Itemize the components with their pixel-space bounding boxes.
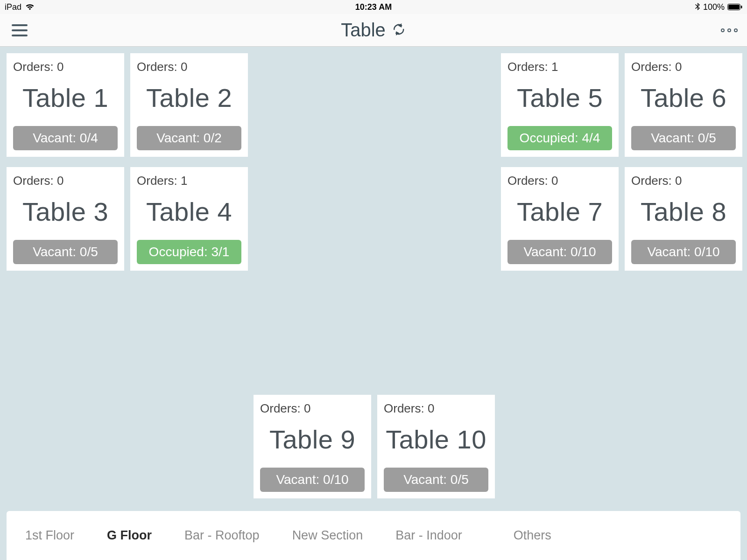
refresh-button[interactable] [391,22,406,39]
floor-selector-bar: 1st FloorG FloorBar - RooftopNew Section… [7,511,740,560]
table-name: Table 7 [507,196,612,227]
table-card-t8[interactable]: Orders: 0Table 8Vacant: 0/10 [625,167,742,271]
table-card-t5[interactable]: Orders: 1Table 5Occupied: 4/4 [501,53,619,157]
table-layout-canvas[interactable]: Orders: 0Table 1Vacant: 0/4Orders: 0Tabl… [0,47,747,560]
table-card-t9[interactable]: Orders: 0Table 9Vacant: 0/10 [254,395,371,498]
table-name: Table 8 [631,196,736,227]
status-badge: Vacant: 0/5 [384,468,488,492]
status-badge: Vacant: 0/5 [13,240,118,264]
table-card-t7[interactable]: Orders: 0Table 7Vacant: 0/10 [501,167,619,271]
wifi-icon [25,4,35,10]
orders-count: Orders: 0 [13,174,118,188]
table-name: Table 9 [260,424,365,455]
status-badge: Occupied: 3/1 [137,240,241,264]
table-name: Table 2 [137,83,241,113]
floor-tab-new-section[interactable]: New Section [292,528,363,543]
hamburger-icon [12,24,28,36]
svg-rect-4 [12,29,28,31]
table-card-t4[interactable]: Orders: 1Table 4Occupied: 3/1 [130,167,248,271]
orders-count: Orders: 0 [507,174,612,188]
table-name: Table 6 [631,83,736,113]
table-card-t3[interactable]: Orders: 0Table 3Vacant: 0/5 [7,167,124,271]
table-name: Table 5 [507,83,612,113]
table-card-t1[interactable]: Orders: 0Table 1Vacant: 0/4 [7,53,124,157]
floor-tab-1st-floor[interactable]: 1st Floor [25,528,74,543]
ios-status-bar: iPad 10:23 AM 100% [0,0,747,14]
svg-rect-2 [741,6,742,8]
more-icon [721,28,725,32]
svg-rect-5 [12,35,28,36]
orders-count: Orders: 0 [137,60,241,74]
status-badge: Vacant: 0/10 [631,240,736,264]
battery-percent: 100% [703,2,725,12]
status-badge: Vacant: 0/2 [137,126,241,150]
orders-count: Orders: 0 [260,401,365,416]
floor-tab-bar-rooftop[interactable]: Bar - Rooftop [184,528,260,543]
orders-count: Orders: 1 [137,174,241,188]
status-badge: Vacant: 0/4 [13,126,118,150]
svg-rect-3 [12,24,28,26]
orders-count: Orders: 0 [384,401,488,416]
floor-tab-g-floor[interactable]: G Floor [107,528,152,543]
table-name: Table 1 [13,83,118,113]
battery-icon [727,4,742,10]
clock: 10:23 AM [355,2,392,12]
orders-count: Orders: 0 [13,60,118,74]
menu-button[interactable] [9,20,30,41]
table-card-t10[interactable]: Orders: 0Table 10Vacant: 0/5 [377,395,495,498]
bluetooth-icon [695,3,700,11]
svg-rect-1 [728,5,740,9]
status-badge: Vacant: 0/10 [507,240,612,264]
device-label: iPad [5,2,21,12]
table-name: Table 10 [384,424,488,455]
table-name: Table 4 [137,196,241,227]
orders-count: Orders: 0 [631,174,736,188]
page-title: Table [341,20,386,41]
table-card-t2[interactable]: Orders: 0Table 2Vacant: 0/2 [130,53,248,157]
table-card-t6[interactable]: Orders: 0Table 6Vacant: 0/5 [625,53,742,157]
orders-count: Orders: 1 [507,60,612,74]
refresh-icon [391,22,406,37]
status-badge: Vacant: 0/5 [631,126,736,150]
table-name: Table 3 [13,196,118,227]
svg-marker-7 [396,31,400,35]
more-button[interactable] [721,28,738,32]
orders-count: Orders: 0 [631,60,736,74]
app-header: Table [0,14,747,47]
floor-tab-others[interactable]: Others [514,528,551,543]
floor-tab-bar-indoor[interactable]: Bar - Indoor [395,528,462,543]
status-badge: Occupied: 4/4 [507,126,612,150]
status-badge: Vacant: 0/10 [260,468,365,492]
svg-marker-6 [398,23,402,28]
